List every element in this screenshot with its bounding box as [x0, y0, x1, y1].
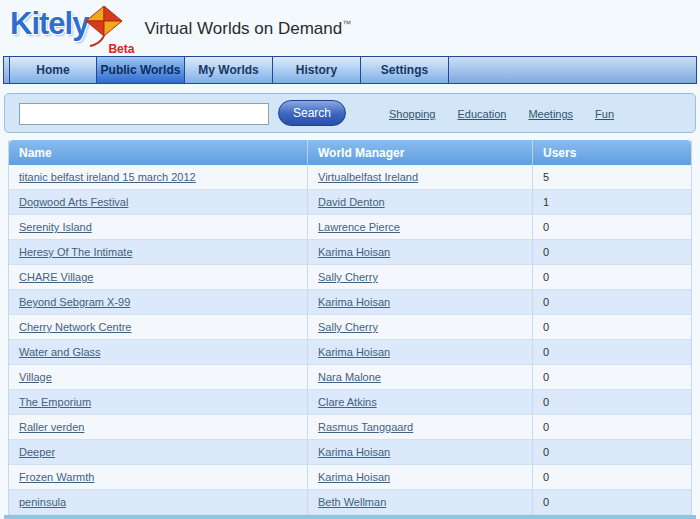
search-panel: Search ShoppingEducationMeetingsFun — [4, 93, 696, 133]
table-row: CHARE Village Sally Cherry 0 — [9, 265, 691, 290]
world-name-link[interactable]: Frozen Warmth — [19, 471, 94, 483]
users-count: 0 — [543, 371, 549, 383]
tab-home[interactable]: Home — [9, 57, 97, 83]
world-manager-link[interactable]: Karima Hoisan — [318, 346, 390, 358]
quick-links: ShoppingEducationMeetingsFun — [389, 94, 614, 134]
users-count: 0 — [543, 221, 549, 233]
users-count: 0 — [543, 271, 549, 283]
search-button[interactable]: Search — [278, 100, 346, 126]
world-manager-link[interactable]: Karima Hoisan — [318, 246, 390, 258]
users-count: 1 — [543, 196, 549, 208]
tab-history[interactable]: History — [273, 57, 361, 83]
world-name-link[interactable]: Heresy Of The Intimate — [19, 246, 133, 258]
table-row: Deeper Karima Hoisan 0 — [9, 440, 691, 465]
world-name-link[interactable]: peninsula — [19, 496, 66, 508]
users-count: 0 — [543, 496, 549, 508]
tab-my-worlds[interactable]: My Worlds — [185, 57, 273, 83]
quick-link-shopping[interactable]: Shopping — [389, 108, 436, 120]
world-name-link[interactable]: Beyond Sebgram X-99 — [19, 296, 130, 308]
masthead: Kitely Beta Virtual Worlds on Demand™ — [0, 0, 700, 56]
column-header-name: Name — [9, 140, 307, 165]
world-name-link[interactable]: Serenity Island — [19, 221, 92, 233]
users-count: 0 — [543, 346, 549, 358]
world-manager-link[interactable]: Clare Atkins — [318, 396, 377, 408]
table-row: Dogwood Arts Festival David Denton 1 — [9, 190, 691, 215]
world-name-link[interactable]: The Emporium — [19, 396, 91, 408]
world-manager-link[interactable]: Karima Hoisan — [318, 471, 390, 483]
world-name-link[interactable]: Dogwood Arts Festival — [19, 196, 128, 208]
table-row: Serenity Island Lawrence Pierce 0 — [9, 215, 691, 240]
world-name-link[interactable]: CHARE Village — [19, 271, 93, 283]
table-row: peninsula Beth Wellman 0 — [9, 490, 691, 515]
world-manager-link[interactable]: Rasmus Tanggaard — [318, 421, 413, 433]
world-manager-link[interactable]: David Denton — [318, 196, 385, 208]
trademark: ™ — [342, 19, 351, 29]
table-body: titanic belfast ireland 15 march 2012 Vi… — [9, 165, 691, 515]
table-row: Heresy Of The Intimate Karima Hoisan 0 — [9, 240, 691, 265]
users-count: 0 — [543, 471, 549, 483]
world-manager-link[interactable]: Virtualbelfast Ireland — [318, 171, 418, 183]
world-manager-link[interactable]: Sally Cherry — [318, 321, 378, 333]
tab-settings[interactable]: Settings — [361, 57, 449, 83]
main-navbar: HomePublic WorldsMy WorldsHistorySetting… — [3, 56, 697, 84]
users-count: 5 — [543, 171, 549, 183]
logo-text: Kitely — [10, 6, 88, 42]
table-row: Village Nara Malone 0 — [9, 365, 691, 390]
world-name-link[interactable]: titanic belfast ireland 15 march 2012 — [19, 171, 196, 183]
world-manager-link[interactable]: Karima Hoisan — [318, 296, 390, 308]
users-count: 0 — [543, 446, 549, 458]
world-manager-link[interactable]: Nara Malone — [318, 371, 381, 383]
world-name-link[interactable]: Deeper — [19, 446, 55, 458]
world-manager-link[interactable]: Sally Cherry — [318, 271, 378, 283]
world-name-link[interactable]: Cherry Network Centre — [19, 321, 131, 333]
quick-link-fun[interactable]: Fun — [595, 108, 614, 120]
world-manager-link[interactable]: Lawrence Pierce — [318, 221, 400, 233]
users-count: 0 — [543, 321, 549, 333]
table-row: The Emporium Clare Atkins 0 — [9, 390, 691, 415]
world-name-link[interactable]: Water and Glass — [19, 346, 101, 358]
quick-link-meetings[interactable]: Meetings — [528, 108, 573, 120]
world-manager-link[interactable]: Karima Hoisan — [318, 446, 390, 458]
users-count: 0 — [543, 396, 549, 408]
users-count: 0 — [543, 246, 549, 258]
column-header-users: Users — [532, 140, 691, 165]
public-worlds-table: Name World Manager Users titanic belfast… — [8, 140, 692, 515]
table-row: titanic belfast ireland 15 march 2012 Vi… — [9, 165, 691, 190]
footer-strip — [4, 515, 696, 519]
table-header: Name World Manager Users — [9, 140, 691, 165]
table-row: Cherry Network Centre Sally Cherry 0 — [9, 315, 691, 340]
column-header-world-manager: World Manager — [307, 140, 532, 165]
table-row: Frozen Warmth Karima Hoisan 0 — [9, 465, 691, 490]
table-row: Water and Glass Karima Hoisan 0 — [9, 340, 691, 365]
world-name-link[interactable]: Raller verden — [19, 421, 84, 433]
search-input[interactable] — [19, 103, 269, 125]
tab-public-worlds[interactable]: Public Worlds — [97, 57, 185, 83]
tagline: Virtual Worlds on Demand™ — [144, 19, 351, 39]
kitely-logo[interactable]: Kitely Beta — [10, 6, 130, 50]
table-row: Raller verden Rasmus Tanggaard 0 — [9, 415, 691, 440]
world-manager-link[interactable]: Beth Wellman — [318, 496, 386, 508]
users-count: 0 — [543, 296, 549, 308]
users-count: 0 — [543, 421, 549, 433]
quick-link-education[interactable]: Education — [458, 108, 507, 120]
table-row: Beyond Sebgram X-99 Karima Hoisan 0 — [9, 290, 691, 315]
beta-badge: Beta — [108, 42, 134, 56]
world-name-link[interactable]: Village — [19, 371, 52, 383]
